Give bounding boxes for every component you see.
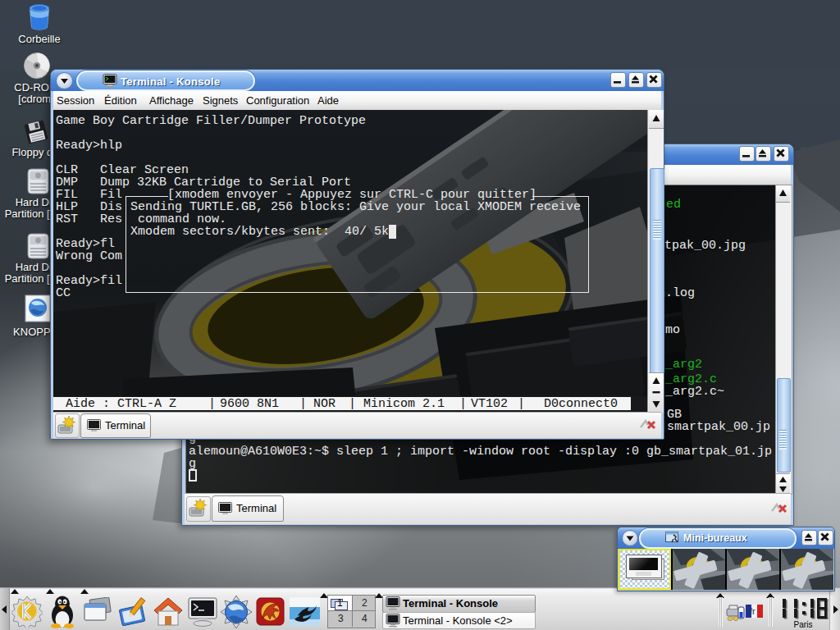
svg-text:fr: fr xyxy=(750,606,756,616)
